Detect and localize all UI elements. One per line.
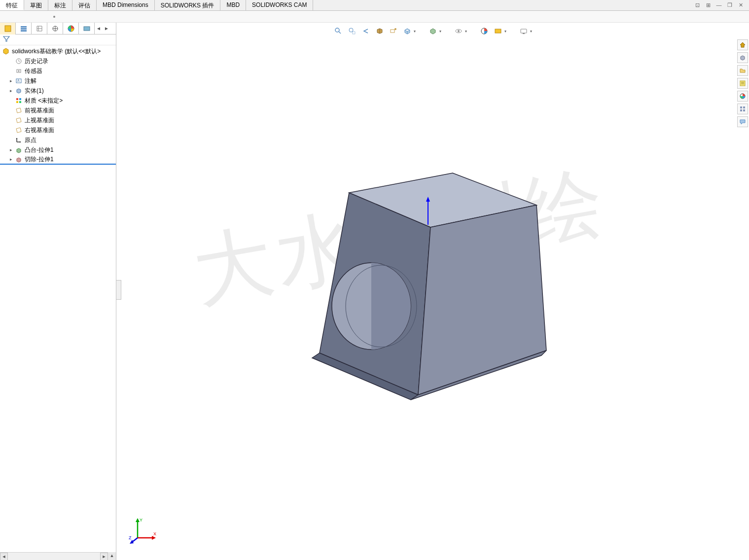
view-orientation-icon[interactable] [403, 27, 412, 35]
task-resources-icon[interactable] [737, 52, 748, 63]
task-open-icon[interactable] [737, 65, 748, 76]
svg-rect-14 [16, 98, 18, 100]
panel-tab-feature-manager[interactable] [0, 23, 16, 35]
svg-rect-3 [21, 30, 27, 32]
extrude-icon [15, 146, 23, 154]
view-triad[interactable]: Y X Z [129, 516, 158, 545]
restore-panel-icon[interactable]: ⊡ [694, 2, 701, 9]
svg-rect-0 [5, 26, 11, 32]
zoom-fit-icon[interactable] [334, 27, 343, 35]
tree-item-material[interactable]: 材质 <未指定> [0, 96, 116, 105]
panel-tab-next[interactable]: ► [103, 23, 110, 34]
tree-caret-collapsed[interactable]: ▸ [10, 157, 15, 162]
task-appearances-icon[interactable] [737, 91, 748, 102]
menu-tab-sw-cam[interactable]: SOLIDWORKS CAM [246, 0, 313, 10]
svg-rect-53 [743, 109, 745, 111]
menu-tab-sw-addins[interactable]: SOLIDWORKS 插件 [155, 0, 221, 10]
apply-scene-icon[interactable] [494, 27, 502, 35]
tree-item-right-plane[interactable]: 右视基准面 [0, 125, 116, 135]
panel-tab-property-manager[interactable] [16, 23, 32, 35]
panel-tab-config-manager[interactable] [32, 23, 47, 35]
tree-item-annotations[interactable]: ▸ A 注解 [0, 76, 116, 86]
menu-tab-features[interactable]: 特征 [0, 0, 24, 10]
panel-tab-cam-manager[interactable] [79, 23, 95, 35]
task-forum-icon[interactable] [737, 116, 748, 127]
scroll-track[interactable] [8, 553, 100, 560]
menu-tab-mbd[interactable]: MBD [220, 0, 246, 10]
history-icon [15, 57, 23, 65]
task-pane [735, 37, 749, 129]
tree-item-boss-extrude1[interactable]: ▸ 凸台-拉伸1 [0, 145, 116, 155]
view-settings-icon[interactable] [519, 27, 528, 35]
plane-icon [15, 106, 23, 114]
feature-tree[interactable]: solidworks基础教学 (默认<<默认> 历史记录 传感器 ▸ A 注解 … [0, 45, 116, 560]
dynamic-annotation-icon[interactable] [389, 27, 398, 35]
tree-filter-row [0, 35, 116, 45]
tree-item-label: 材质 <未指定> [25, 97, 63, 105]
viewport-3d[interactable]: 大水牛测绘 ▾ ▾ ▾ ▾ ▾ [116, 23, 749, 560]
svg-rect-46 [740, 81, 745, 86]
tree-item-front-plane[interactable]: 前视基准面 [0, 105, 116, 115]
dropdown-icon[interactable]: ▾ [414, 29, 416, 34]
svg-marker-33 [418, 205, 546, 395]
svg-point-11 [18, 70, 20, 72]
tree-caret-collapsed[interactable]: ▸ [10, 88, 15, 93]
tree-item-cut-extrude1[interactable]: ▸ 切除-拉伸1 [0, 155, 116, 165]
svg-point-24 [394, 28, 396, 30]
tree-item-label: 历史记录 [25, 57, 48, 66]
svg-rect-52 [740, 109, 742, 111]
tree-item-history[interactable]: 历史记录 [0, 56, 116, 66]
material-icon [15, 97, 23, 105]
minimize-icon[interactable]: — [715, 2, 722, 9]
scroll-left-icon[interactable]: ◄ [0, 553, 8, 560]
hide-show-icon[interactable] [454, 27, 463, 35]
tree-item-origin[interactable]: 原点 [0, 135, 116, 145]
maximize-icon[interactable]: ❐ [726, 2, 733, 9]
menu-tab-mbd-dimensions[interactable]: MBD Dimensions [97, 0, 155, 10]
tree-item-label: 原点 [25, 136, 36, 144]
menu-tab-evaluate[interactable]: 评估 [72, 0, 97, 10]
tree-hscroll[interactable]: ◄ ► [0, 552, 108, 560]
tree-caret-collapsed[interactable]: ▸ [10, 78, 15, 83]
svg-rect-23 [391, 30, 394, 33]
panel-tab-display-manager[interactable] [63, 23, 79, 35]
svg-rect-17 [19, 101, 21, 103]
model-3d-view[interactable] [285, 153, 581, 429]
pin-panel-icon[interactable]: ⊞ [705, 2, 712, 9]
zoom-area-icon[interactable] [348, 27, 357, 35]
close-icon[interactable]: ✕ [737, 2, 744, 9]
tree-item-label: 传感器 [25, 67, 42, 75]
tree-item-top-plane[interactable]: 上视基准面 [0, 115, 116, 125]
section-view-icon[interactable] [375, 27, 384, 35]
dropdown-icon[interactable]: ▾ [439, 29, 441, 34]
task-view-palette-icon[interactable] [737, 104, 748, 114]
tree-item-solid-bodies[interactable]: ▸ 实体(1) [0, 86, 116, 96]
menu-tab-sketch[interactable]: 草图 [24, 0, 48, 10]
tree-root[interactable]: solidworks基础教学 (默认<<默认> [0, 46, 116, 56]
svg-rect-29 [521, 29, 527, 33]
tree-item-label: 切除-拉伸1 [25, 155, 54, 164]
svg-rect-8 [84, 27, 90, 31]
dropdown-icon[interactable]: ▾ [530, 29, 532, 34]
toolbar-handle-icon[interactable] [53, 16, 55, 18]
scroll-right-icon[interactable]: ► [100, 553, 108, 560]
scroll-corner-up-icon[interactable]: ▲ [108, 552, 116, 560]
panel-tab-prev[interactable]: ◄ [95, 23, 103, 34]
dropdown-icon[interactable]: ▾ [504, 29, 506, 34]
task-home-icon[interactable] [737, 39, 748, 50]
tree-item-sensors[interactable]: 传感器 [0, 66, 116, 76]
tree-item-label: 上视基准面 [25, 116, 54, 125]
dropdown-icon[interactable]: ▾ [465, 29, 467, 34]
sensor-icon [15, 67, 23, 75]
task-custom-props-icon[interactable] [737, 78, 748, 89]
panel-collapse-handle[interactable] [116, 280, 121, 300]
menu-tab-annotate[interactable]: 标注 [48, 0, 72, 10]
panel-tab-dimxpert[interactable] [47, 23, 63, 35]
display-style-icon[interactable] [428, 27, 437, 35]
display-manager-icon [67, 25, 75, 33]
svg-marker-41 [136, 518, 140, 522]
previous-view-icon[interactable] [361, 27, 370, 35]
tree-caret-collapsed[interactable]: ▸ [10, 147, 15, 152]
filter-icon[interactable] [3, 35, 10, 42]
edit-appearance-icon[interactable] [480, 27, 489, 35]
